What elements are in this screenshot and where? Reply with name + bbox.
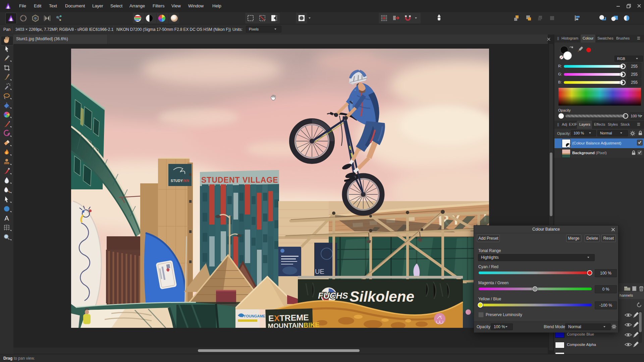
- svg-text:A: A: [4, 215, 9, 222]
